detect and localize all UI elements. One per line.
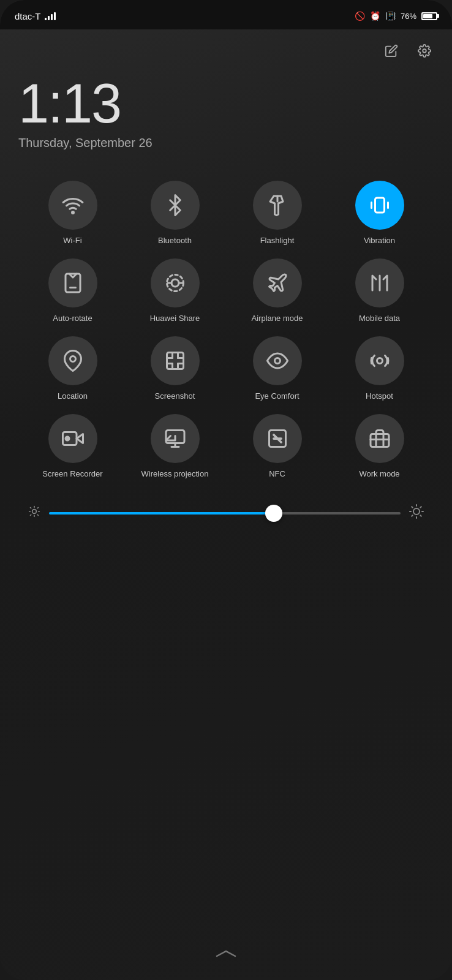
phone-container: dtac-T 🚫 ⏰ 📳 76% (0, 0, 452, 980)
screenshot-circle (151, 336, 200, 385)
vibrate-status-icon: 📳 (385, 11, 396, 21)
toggle-screen-recorder[interactable]: Screen Recorder (24, 414, 121, 480)
eye-comfort-label: Eye Comfort (255, 391, 299, 402)
work-mode-circle (355, 414, 404, 463)
toggle-flashlight[interactable]: Flashlight (229, 181, 325, 246)
battery-shape (421, 12, 437, 20)
toggles-grid: Wi-Fi Bluetooth Flashlight (18, 181, 434, 480)
edit-button[interactable] (382, 42, 401, 64)
toggle-vibration[interactable]: Vibration (331, 181, 428, 246)
toggle-nfc[interactable]: NFC (229, 414, 325, 480)
vibration-label: Vibration (364, 236, 395, 246)
svg-point-0 (423, 49, 426, 53)
signal-bar-4 (54, 12, 56, 20)
hotspot-circle (355, 336, 404, 385)
hotspot-label: Hotspot (366, 391, 393, 402)
signal-bar-1 (45, 18, 47, 20)
signal-bar-2 (48, 16, 50, 20)
svg-line-46 (420, 515, 421, 516)
date: Thursday, September 26 (18, 136, 434, 150)
toggle-work-mode[interactable]: Work mode (331, 414, 428, 480)
time-display: 1:13 Thursday, September 26 (18, 76, 434, 150)
work-mode-label: Work mode (359, 469, 399, 480)
mobile-data-circle (355, 258, 404, 307)
bluetooth-circle (151, 181, 200, 230)
svg-line-36 (31, 508, 31, 508)
huawei-share-circle (151, 258, 200, 307)
toggle-eye-comfort[interactable]: Eye Comfort (229, 336, 325, 402)
toggle-auto-rotate[interactable]: Auto-rotate (24, 258, 121, 324)
toggle-wireless-projection[interactable]: Wireless projection (127, 414, 223, 480)
toggle-location[interactable]: Location (24, 336, 121, 402)
svg-point-23 (377, 358, 382, 363)
mobile-data-label: Mobile data (359, 314, 400, 324)
svg-rect-13 (167, 352, 183, 369)
flashlight-circle (253, 181, 302, 230)
toggle-screenshot[interactable]: Screenshot (127, 336, 223, 402)
svg-rect-3 (375, 198, 384, 213)
clock: 1:13 (18, 76, 434, 131)
alarm-icon: ⏰ (370, 11, 380, 21)
vibration-circle (355, 181, 404, 230)
toggle-mobile-data[interactable]: Mobile data (331, 258, 428, 324)
toggle-hotspot[interactable]: Hotspot (331, 336, 428, 402)
signal-bars (45, 12, 56, 20)
svg-line-40 (31, 514, 31, 515)
location-circle (48, 336, 97, 385)
nfc-circle (253, 414, 302, 463)
auto-rotate-circle (48, 258, 97, 307)
wireless-projection-label: Wireless projection (141, 469, 209, 480)
toggles-section: Wi-Fi Bluetooth Flashlight (18, 181, 434, 480)
svg-point-26 (66, 437, 69, 440)
svg-point-22 (274, 358, 280, 363)
wifi-circle (48, 181, 97, 230)
location-label: Location (58, 391, 88, 402)
brightness-row (18, 504, 434, 522)
battery-icon (421, 12, 437, 20)
airplane-circle (253, 258, 302, 307)
svg-line-49 (412, 515, 412, 516)
screenshot-label: Screenshot (155, 391, 195, 402)
carrier-label: dtac-T (15, 11, 41, 21)
wireless-projection-circle (151, 414, 200, 463)
svg-point-33 (32, 510, 37, 514)
toggle-bluetooth[interactable]: Bluetooth (127, 181, 223, 246)
screen-recorder-circle (48, 414, 97, 463)
svg-point-1 (72, 212, 73, 214)
brightness-high-icon (409, 504, 424, 522)
svg-marker-24 (77, 434, 83, 443)
bluetooth-label: Bluetooth (158, 236, 192, 246)
airplane-label: Airplane mode (252, 314, 303, 324)
settings-button[interactable] (415, 42, 434, 64)
brightness-thumb[interactable] (265, 505, 282, 522)
svg-point-7 (171, 279, 179, 287)
svg-line-37 (37, 514, 38, 515)
brightness-low-icon (28, 505, 40, 521)
svg-line-50 (420, 507, 421, 507)
flashlight-label: Flashlight (260, 236, 295, 246)
toggle-huawei-share[interactable]: Huawei Share (127, 258, 223, 324)
screen-recorder-label: Screen Recorder (42, 469, 102, 480)
battery-percent: 76% (401, 12, 416, 21)
svg-line-41 (37, 508, 38, 508)
auto-rotate-label: Auto-rotate (53, 314, 92, 324)
eye-comfort-circle (253, 336, 302, 385)
svg-point-42 (413, 508, 420, 514)
status-left: dtac-T (15, 11, 56, 21)
signal-bar-3 (51, 14, 53, 20)
huawei-share-label: Huawei Share (150, 314, 200, 324)
toggle-wifi[interactable]: Wi-Fi (24, 181, 121, 246)
svg-point-12 (70, 356, 75, 361)
no-sim-icon: 🚫 (355, 11, 365, 21)
top-actions (18, 42, 434, 64)
home-gesture-area[interactable] (211, 948, 241, 963)
status-right: 🚫 ⏰ 📳 76% (355, 11, 437, 21)
quick-panel: 1:13 Thursday, September 26 Wi-Fi (0, 29, 452, 522)
nfc-label: NFC (269, 469, 285, 480)
svg-line-45 (412, 507, 412, 507)
toggle-airplane[interactable]: Airplane mode (229, 258, 325, 324)
brightness-slider[interactable] (49, 512, 401, 514)
status-bar: dtac-T 🚫 ⏰ 📳 76% (0, 0, 452, 29)
wifi-label: Wi-Fi (63, 236, 81, 246)
battery-fill (423, 14, 432, 18)
